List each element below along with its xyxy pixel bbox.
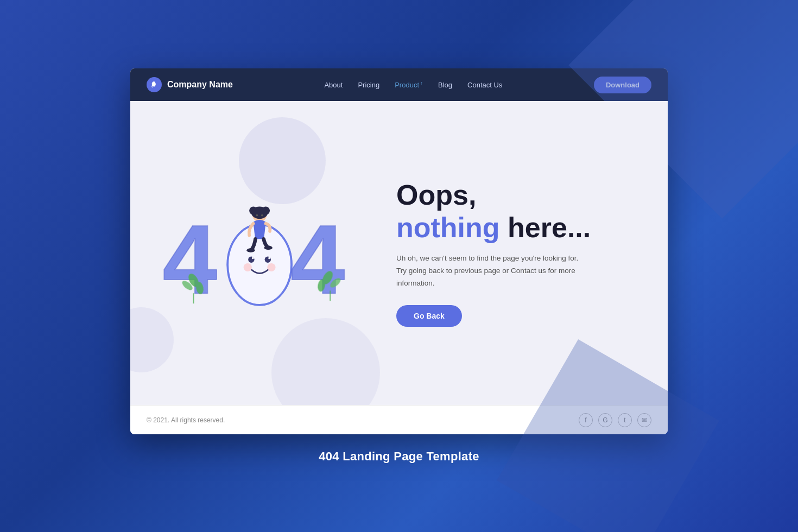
main-content: 4 4 4 4 (130, 101, 668, 405)
navbar: Company Name About Pricing Product Blog … (130, 68, 668, 101)
go-back-button[interactable]: Go Back (396, 305, 462, 327)
download-button[interactable]: Download (594, 77, 651, 93)
description-line2: Try going back to previous page or Conta… (396, 267, 575, 287)
nav-link-pricing[interactable]: Pricing (358, 81, 379, 89)
nav-link-contact[interactable]: Contact Us (467, 81, 502, 89)
error-description: Uh oh, we can't seem to find the page yo… (396, 252, 581, 290)
four-o-four-svg: 4 4 4 4 (157, 176, 364, 328)
brand: Company Name (147, 77, 233, 92)
svg-point-19 (264, 246, 273, 250)
nav-link-about[interactable]: About (324, 81, 343, 89)
brand-logo-icon (147, 77, 162, 92)
description-line1: Uh oh, we can't seem to find the page yo… (396, 254, 578, 262)
nav-item-about[interactable]: About (324, 80, 343, 90)
browser-frame: Company Name About Pricing Product Blog … (130, 68, 668, 434)
nav-item-product[interactable]: Product (395, 80, 423, 90)
svg-point-9 (267, 263, 275, 271)
svg-point-8 (244, 263, 252, 271)
error-text-section: Oops, nothing here... Uh oh, we can't se… (375, 179, 635, 327)
svg-point-17 (261, 214, 263, 217)
nav-item-pricing[interactable]: Pricing (358, 80, 379, 90)
svg-point-6 (252, 257, 254, 259)
svg-point-18 (246, 248, 255, 252)
brand-name: Company Name (167, 80, 233, 90)
illustration-404: 4 4 4 4 (157, 176, 375, 330)
decorative-circle-3 (271, 318, 380, 405)
oops-title: Oops, nothing here... (396, 179, 635, 244)
nothing-word: nothing (396, 212, 500, 243)
nav-menu: About Pricing Product Blog Contact Us (324, 80, 502, 90)
svg-point-7 (268, 257, 270, 259)
oops-line1: Oops, (396, 179, 476, 211)
nav-link-blog[interactable]: Blog (438, 81, 452, 89)
twitter-icon[interactable]: t (618, 413, 632, 427)
here-word: here... (508, 212, 591, 243)
footer-copyright: © 2021. All rights reserved. (147, 416, 225, 424)
svg-text:4: 4 (290, 205, 345, 314)
nav-item-blog[interactable]: Blog (438, 80, 452, 90)
svg-text:4: 4 (163, 205, 217, 314)
nav-item-contact[interactable]: Contact Us (467, 80, 502, 90)
svg-point-15 (251, 206, 268, 219)
nav-link-product[interactable]: Product (395, 81, 423, 89)
social-icons: f G t ✉ (579, 413, 651, 427)
page-template-label: 404 Landing Page Template (319, 449, 479, 464)
footer: © 2021. All rights reserved. f G t ✉ (130, 405, 668, 434)
nothing-here-line: nothing here... (396, 212, 635, 244)
facebook-icon[interactable]: f (579, 413, 593, 427)
email-icon[interactable]: ✉ (637, 413, 651, 427)
google-icon[interactable]: G (598, 413, 612, 427)
svg-point-16 (256, 214, 258, 217)
